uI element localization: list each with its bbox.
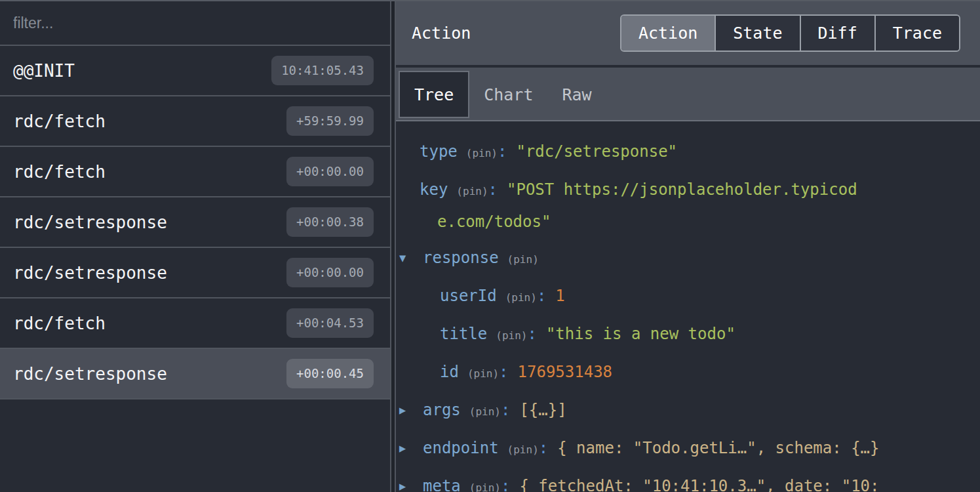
- tree-row[interactable]: ▶meta(pin):{ fetchedAt: "10:41:10.3…", d…: [396, 471, 980, 492]
- tree-key[interactable]: userId: [440, 287, 497, 305]
- tree-value: 1: [555, 287, 564, 305]
- action-tree: type(pin):"rdc/setresponse"key(pin):"POS…: [396, 121, 980, 492]
- colon: :: [488, 180, 498, 199]
- colon: :: [501, 401, 510, 419]
- tree-value: 1769531438: [518, 363, 613, 381]
- action-name: rdc/setresponse: [13, 364, 167, 384]
- inspector-tab[interactable]: Action: [621, 16, 715, 51]
- action-list-sidebar: @@INIT10:41:05.43rdc/fetch+59:59.99rdc/f…: [0, 1, 391, 492]
- action-list-item[interactable]: @@INIT10:41:05.43: [0, 46, 390, 96]
- inspector-tab[interactable]: State: [715, 16, 799, 51]
- action-name: @@INIT: [13, 61, 75, 81]
- action-name: rdc/setresponse: [13, 213, 167, 232]
- action-list: @@INIT10:41:05.43rdc/fetch+59:59.99rdc/f…: [0, 46, 390, 400]
- action-list-item[interactable]: rdc/setresponse+00:00.38: [0, 197, 390, 248]
- expand-arrow-icon[interactable]: ▼: [399, 243, 406, 273]
- action-name: rdc/fetch: [13, 162, 106, 182]
- tree-row[interactable]: ▶endpoint(pin):{ name: "Todo.getLi…", sc…: [396, 433, 980, 465]
- tree-row[interactable]: type(pin):"rdc/setresponse": [396, 136, 980, 169]
- pin-button[interactable]: (pin): [466, 147, 498, 159]
- colon: :: [498, 142, 507, 161]
- tree-key[interactable]: key: [420, 180, 448, 199]
- action-name: rdc/setresponse: [13, 263, 167, 283]
- colon: :: [539, 439, 548, 457]
- tree-value: [{…}]: [519, 401, 566, 419]
- action-time-badge: +00:04.53: [286, 308, 374, 338]
- tree-key[interactable]: id: [440, 363, 459, 381]
- filter-row: [0, 1, 390, 46]
- redux-devtools-window: @@INIT10:41:05.43rdc/fetch+59:59.99rdc/f…: [0, 0, 980, 492]
- inspector-header: Action ActionStateDiffTrace: [396, 1, 980, 68]
- tree-row[interactable]: ▶args(pin):[{…}]: [396, 395, 980, 427]
- inspector-tab[interactable]: Trace: [874, 16, 959, 51]
- tree-value: "POST https://jsonplaceholder.typicode.c…: [437, 180, 857, 231]
- expand-arrow-icon[interactable]: ▶: [399, 395, 406, 425]
- colon: :: [501, 477, 510, 492]
- tree-row[interactable]: id(pin):1769531438: [396, 357, 980, 389]
- tree-value: "this is a new todo": [546, 325, 735, 343]
- tree-row[interactable]: key(pin):"POST https://jsonplaceholder.t…: [396, 174, 861, 237]
- tree-value: "rdc/setresponse": [516, 142, 677, 161]
- expand-arrow-icon[interactable]: ▶: [399, 471, 406, 492]
- pin-button[interactable]: (pin): [467, 367, 499, 380]
- expand-arrow-icon[interactable]: ▶: [399, 433, 406, 463]
- tree-key[interactable]: type: [420, 142, 458, 161]
- tree-row[interactable]: userId(pin):1: [396, 281, 980, 313]
- action-list-item[interactable]: rdc/fetch+59:59.99: [0, 96, 390, 147]
- tree-key[interactable]: args: [423, 401, 461, 419]
- tree-key[interactable]: endpoint: [423, 439, 499, 457]
- view-subtab[interactable]: Raw: [547, 71, 606, 118]
- action-list-item[interactable]: rdc/fetch+00:04.53: [0, 298, 390, 349]
- pin-button[interactable]: (pin): [469, 405, 501, 418]
- pin-button[interactable]: (pin): [507, 253, 539, 266]
- action-time-badge: +00:00.38: [286, 207, 374, 237]
- inspector-tabs: ActionStateDiffTrace: [620, 14, 960, 52]
- view-subtabs: TreeChartRaw: [396, 68, 980, 121]
- colon: :: [537, 287, 546, 305]
- tree-row[interactable]: ▼response(pin): [396, 243, 980, 275]
- pin-button[interactable]: (pin): [469, 482, 501, 492]
- action-name: rdc/fetch: [13, 314, 106, 333]
- view-subtab[interactable]: Chart: [469, 71, 547, 118]
- action-list-item[interactable]: rdc/setresponse+00:00.45: [0, 349, 390, 400]
- view-subtab[interactable]: Tree: [399, 71, 469, 118]
- pin-button[interactable]: (pin): [496, 329, 527, 342]
- pin-button[interactable]: (pin): [505, 291, 537, 304]
- action-list-item[interactable]: rdc/setresponse+00:00.00: [0, 248, 390, 298]
- action-time-badge: +00:00.45: [286, 359, 374, 388]
- pin-button[interactable]: (pin): [456, 185, 488, 197]
- action-name: rdc/fetch: [13, 112, 106, 131]
- filter-input[interactable]: [0, 1, 390, 45]
- inspector-tab[interactable]: Diff: [800, 16, 874, 51]
- tree-key[interactable]: meta: [423, 477, 461, 492]
- action-list-item[interactable]: rdc/fetch+00:00.00: [0, 147, 390, 197]
- action-time-badge: +00:00.00: [286, 157, 374, 186]
- action-time-badge: +00:00.00: [286, 258, 374, 287]
- colon: :: [499, 363, 508, 381]
- tree-value: { fetchedAt: "10:41:10.3…", date: "10:: [519, 477, 879, 492]
- inspector-title: Action: [412, 24, 471, 43]
- tree-row[interactable]: title(pin):"this is a new todo": [396, 319, 980, 351]
- tree-value: { name: "Todo.getLi…", schema: {…}: [557, 439, 879, 457]
- pin-button[interactable]: (pin): [507, 443, 539, 456]
- colon: :: [527, 325, 536, 343]
- action-time-badge: +59:59.99: [286, 106, 374, 136]
- inspector-panel: Action ActionStateDiffTrace TreeChartRaw…: [395, 1, 980, 492]
- action-time-badge: 10:41:05.43: [271, 56, 374, 85]
- tree-key[interactable]: response: [423, 249, 499, 267]
- tree-key[interactable]: title: [440, 325, 487, 343]
